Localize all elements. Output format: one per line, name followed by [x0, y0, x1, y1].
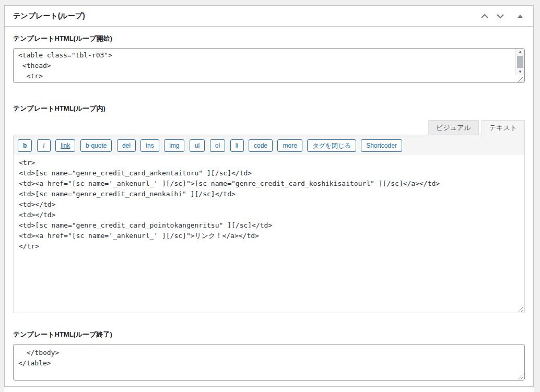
textarea-scrollbar[interactable]: ▲ ▼: [515, 49, 524, 75]
scroll-up-icon[interactable]: ▲: [516, 49, 524, 55]
chevron-up-icon: [480, 14, 489, 19]
move-up-button[interactable]: [477, 8, 492, 24]
editor-container: b i link b-quote del ins img ul ol li co…: [13, 135, 525, 313]
quicktags-toolbar: b i link b-quote del ins img ul ol li co…: [14, 135, 524, 155]
qt-link-button[interactable]: link: [55, 139, 75, 152]
loop-start-textarea[interactable]: <table class="tbl-r03"> <thead> <tr> <th…: [13, 48, 525, 83]
scrollbar-thumb[interactable]: [517, 56, 523, 68]
loop-inner-code[interactable]: <tr> <td>[sc name="genre_credit_card_ank…: [14, 155, 524, 254]
qt-ul-button[interactable]: ul: [190, 139, 205, 152]
qt-ol-button[interactable]: ol: [210, 139, 225, 152]
qt-shortcoder-button[interactable]: Shortcoder: [361, 139, 402, 152]
resize-grip-icon[interactable]: [517, 373, 524, 379]
qt-del-button[interactable]: del: [117, 139, 136, 152]
resize-grip-icon[interactable]: [517, 75, 524, 82]
tab-text[interactable]: テキスト: [482, 120, 525, 135]
next-metabox-sliver: [4, 387, 534, 392]
loop-inner-label: テンプレートHTML(ループ内): [13, 104, 525, 113]
loop-inner-textarea[interactable]: <tr> <td>[sc name="genre_credit_card_ank…: [14, 155, 524, 313]
metabox-header: テンプレート(ループ): [5, 6, 533, 27]
metabox-body: テンプレートHTML(ループ開始) <table class="tbl-r03"…: [5, 34, 533, 381]
triangle-up-icon: [518, 15, 523, 18]
move-down-button[interactable]: [492, 8, 508, 24]
loop-end-label: テンプレートHTML(ループ終了): [13, 330, 525, 339]
qt-bold-button[interactable]: b: [18, 139, 32, 152]
loop-start-label: テンプレートHTML(ループ開始): [13, 34, 525, 43]
editor-tabs: ビジュアル テキスト: [13, 120, 525, 135]
metabox-title: テンプレート(ループ): [13, 11, 85, 21]
loop-end-textarea[interactable]: </tbody> </table>: [13, 344, 525, 381]
scroll-down-icon[interactable]: ▼: [516, 68, 524, 75]
resize-grip-icon[interactable]: [517, 305, 524, 312]
qt-li-button[interactable]: li: [230, 139, 244, 152]
qt-close-tags-button[interactable]: タグを閉じる: [307, 139, 356, 152]
wp-editor: ビジュアル テキスト b i link b-quote del ins img …: [13, 120, 525, 313]
qt-italic-button[interactable]: i: [37, 139, 51, 152]
qt-img-button[interactable]: img: [164, 139, 184, 152]
qt-blockquote-button[interactable]: b-quote: [80, 139, 112, 152]
loop-start-code[interactable]: <table class="tbl-r03"> <thead> <tr> <th…: [14, 49, 524, 83]
template-loop-metabox: テンプレート(ループ) テンプレートHTML(ループ開始) <table cla…: [4, 5, 534, 387]
qt-ins-button[interactable]: ins: [140, 139, 159, 152]
tab-visual[interactable]: ビジュアル: [428, 120, 479, 135]
metabox-handle-actions: [477, 8, 528, 24]
chevron-down-icon: [496, 14, 504, 19]
qt-code-button[interactable]: code: [249, 139, 273, 152]
loop-end-code[interactable]: </tbody> </table>: [14, 345, 524, 372]
qt-more-button[interactable]: more: [277, 139, 302, 152]
toggle-panel-button[interactable]: [512, 8, 528, 24]
